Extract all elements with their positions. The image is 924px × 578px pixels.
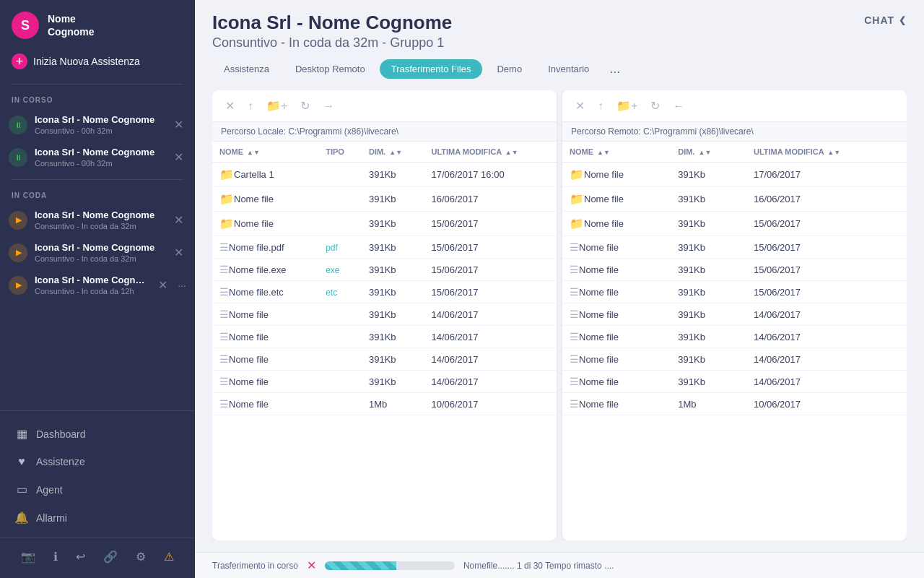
- file-name: ☰ Nome file: [562, 393, 671, 415]
- table-row[interactable]: ☰ Nome file 391Kb 14/06/2017: [212, 348, 557, 371]
- file-name: ☰ Nome file: [562, 236, 671, 259]
- remote-back-button[interactable]: ←: [668, 97, 689, 116]
- transfer-status-bar: Trasferimento in corso ✕ Nomefile.......…: [195, 552, 924, 578]
- tab-inventario[interactable]: Inventario: [536, 59, 601, 79]
- link-icon[interactable]: 🔗: [100, 547, 121, 566]
- session-queued-close-1[interactable]: ✕: [171, 212, 186, 228]
- file-size: 391Kb: [362, 281, 424, 303]
- local-upload-button[interactable]: ↑: [243, 97, 258, 116]
- session-queued-title-2: Icona Srl - Nome Cognome: [35, 242, 164, 253]
- tab-assistenza[interactable]: Assistenza: [212, 59, 281, 79]
- play-icon-1: ▶: [16, 215, 22, 225]
- table-row[interactable]: ☰ Nome file 391Kb 14/06/2017: [562, 326, 907, 348]
- file-date: 15/06/2017: [746, 281, 907, 303]
- camera-icon[interactable]: 📷: [18, 547, 38, 566]
- session-active-1[interactable]: ⏸ Icona Srl - Nome Cognome Consuntivo - …: [0, 108, 195, 141]
- table-row[interactable]: 📁 Nome file 391Kb 15/06/2017: [212, 212, 557, 236]
- table-row[interactable]: 📁 Nome file 391Kb 17/06/2017: [562, 163, 907, 187]
- session-queued-close-2[interactable]: ✕: [171, 244, 186, 261]
- tab-demo[interactable]: Demo: [485, 59, 533, 79]
- warning-icon[interactable]: ⚠: [161, 547, 177, 566]
- info-icon[interactable]: ℹ: [51, 547, 61, 566]
- table-row[interactable]: ☰ Nome file 391Kb 15/06/2017: [562, 259, 907, 281]
- folder-icon: 📁: [219, 192, 234, 206]
- session-queued-info-3: Icona Srl - Nome Cognome Consuntivo - In…: [35, 275, 148, 296]
- table-row[interactable]: ☰ Nome file 391Kb 14/06/2017: [562, 348, 907, 371]
- file-size: 391Kb: [671, 212, 746, 236]
- file-date: 14/06/2017: [424, 303, 557, 326]
- progress-bar-fill: [325, 561, 396, 570]
- divider-1: [12, 84, 183, 85]
- table-row[interactable]: 📁 Nome file 391Kb 16/06/2017: [562, 187, 907, 212]
- agent-icon: ▭: [14, 483, 29, 496]
- divider-2: [12, 179, 183, 180]
- sidebar-item-agent[interactable]: ▭ Agent: [0, 475, 195, 504]
- file-size: 391Kb: [362, 259, 424, 281]
- session-queued-more-3[interactable]: ···: [178, 280, 186, 291]
- tabs-more-button[interactable]: ...: [603, 61, 626, 77]
- file-date: 14/06/2017: [746, 303, 907, 326]
- file-icon: ☰: [219, 376, 229, 387]
- file-icon: ☰: [570, 309, 579, 320]
- table-row[interactable]: ☰ Nome file.pdf pdf 391Kb 15/06/2017: [212, 236, 557, 259]
- session-title-2: Icona Srl - Nome Cognome: [35, 147, 164, 158]
- main-content: Icona Srl - Nome Cognome Consuntivo - In…: [195, 0, 924, 578]
- tab-trasferimento-files[interactable]: Trasferimento Files: [380, 59, 483, 79]
- file-icon: ☰: [570, 376, 579, 387]
- remote-delete-button[interactable]: ✕: [571, 96, 589, 116]
- table-row[interactable]: ☰ Nome file.exe exe 391Kb 15/06/2017: [212, 259, 557, 281]
- new-assistance-button[interactable]: + Inizia Nuova Assistenza: [12, 51, 183, 72]
- local-newfolder-button[interactable]: 📁+: [262, 96, 292, 116]
- session-queued-3[interactable]: ▶ Icona Srl - Nome Cognome Consuntivo - …: [0, 269, 195, 301]
- file-icon: ☰: [219, 353, 229, 365]
- file-date: 14/06/2017: [424, 371, 557, 393]
- session-queued-2[interactable]: ▶ Icona Srl - Nome Cognome Consuntivo - …: [0, 236, 195, 269]
- settings-icon[interactable]: ⚙: [133, 547, 149, 566]
- local-delete-button[interactable]: ✕: [221, 96, 239, 116]
- local-file-panel: ✕ ↑ 📁+ ↻ → Percorso Locale: C:\Programmi…: [212, 90, 557, 540]
- table-row[interactable]: ☰ Nome file 391Kb 15/06/2017: [562, 281, 907, 303]
- file-type: exe: [318, 259, 362, 281]
- transfer-cancel-button[interactable]: ✕: [307, 558, 316, 572]
- session-queued-close-3[interactable]: ✕: [155, 277, 170, 293]
- local-forward-button[interactable]: →: [318, 97, 339, 116]
- table-row[interactable]: 📁 Nome file 391Kb 15/06/2017: [562, 212, 907, 236]
- chat-label: CHAT: [864, 14, 894, 26]
- undo-icon[interactable]: ↩: [73, 547, 88, 566]
- chat-button[interactable]: CHAT ❮: [864, 12, 907, 26]
- file-type: [318, 326, 362, 348]
- file-type: [318, 393, 362, 415]
- file-icon: ☰: [570, 286, 579, 298]
- session-queued-title-3: Icona Srl - Nome Cognome: [35, 275, 148, 285]
- session-active-2[interactable]: ⏸ Icona Srl - Nome Cognome Consuntivo - …: [0, 141, 195, 173]
- local-refresh-button[interactable]: ↻: [296, 96, 314, 116]
- table-row[interactable]: ☰ Nome file 391Kb 14/06/2017: [562, 303, 907, 326]
- remote-upload-button[interactable]: ↑: [593, 97, 608, 116]
- table-row[interactable]: ☰ Nome file 391Kb 15/06/2017: [562, 236, 907, 259]
- table-row[interactable]: 📁 Cartella 1 391Kb 17/06/2017 16:00: [212, 163, 557, 187]
- table-row[interactable]: ☰ Nome file 1Mb 10/06/2017: [562, 393, 907, 415]
- session-queued-1[interactable]: ▶ Icona Srl - Nome Cognome Consuntivo - …: [0, 204, 195, 236]
- table-row[interactable]: ☰ Nome file 391Kb 14/06/2017: [212, 303, 557, 326]
- session-close-1[interactable]: ✕: [171, 116, 186, 133]
- table-row[interactable]: ☰ Nome file.etc etc 391Kb 15/06/2017: [212, 281, 557, 303]
- pause-icon-2: ⏸: [14, 153, 22, 162]
- remote-newfolder-button[interactable]: 📁+: [612, 96, 642, 116]
- sidebar-item-dashboard[interactable]: ▦ Dashboard: [0, 420, 195, 448]
- table-row[interactable]: ☰ Nome file 1Mb 10/06/2017: [212, 393, 557, 415]
- file-name: 📁 Nome file: [212, 187, 318, 212]
- table-row[interactable]: ☰ Nome file 391Kb 14/06/2017: [212, 326, 557, 348]
- table-row[interactable]: ☰ Nome file 391Kb 14/06/2017: [562, 371, 907, 393]
- file-type: [318, 212, 362, 236]
- sidebar-item-label-allarmi: Allarmi: [36, 512, 67, 524]
- file-name: ☰ Nome file.exe: [212, 259, 318, 281]
- tab-desktop-remoto[interactable]: Desktop Remoto: [284, 59, 377, 79]
- remote-refresh-button[interactable]: ↻: [646, 96, 664, 116]
- sidebar-item-label-agent: Agent: [36, 484, 63, 496]
- table-row[interactable]: ☰ Nome file 391Kb 14/06/2017: [212, 371, 557, 393]
- sidebar-item-allarmi[interactable]: 🔔 Allarmi: [0, 504, 195, 532]
- sidebar-item-assistenze[interactable]: ♥ Assistenze: [0, 448, 195, 475]
- session-close-2[interactable]: ✕: [171, 149, 186, 165]
- file-type: pdf: [318, 236, 362, 259]
- table-row[interactable]: 📁 Nome file 391Kb 16/06/2017: [212, 187, 557, 212]
